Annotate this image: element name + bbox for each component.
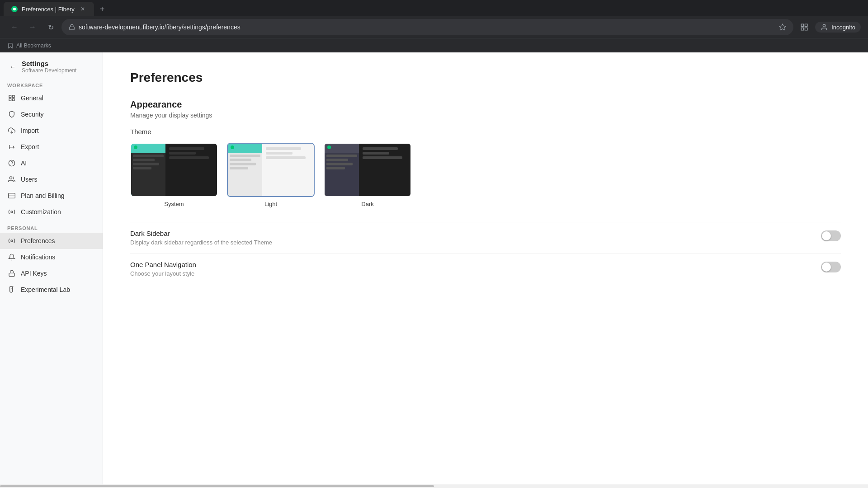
sidebar-title: Settings xyxy=(22,60,76,67)
incognito-label: Incognito xyxy=(831,24,855,31)
sidebar-item-api-keys[interactable]: API Keys xyxy=(0,265,103,282)
dark-sidebar-label: Dark Sidebar xyxy=(130,230,272,237)
sidebar-title-block: Settings Software Development xyxy=(22,60,76,74)
main-content: Preferences Appearance Manage your displ… xyxy=(103,52,868,484)
theme-dark-label: Dark xyxy=(361,201,373,207)
sidebar-item-label: Export xyxy=(21,143,39,150)
svg-rect-0 xyxy=(70,27,75,29)
tab-favicon xyxy=(11,5,18,13)
tab-close-button[interactable]: ✕ xyxy=(79,5,87,13)
sidebar-item-users[interactable]: Users xyxy=(0,171,103,188)
svg-rect-7 xyxy=(9,95,11,98)
theme-preview-light xyxy=(227,143,315,197)
billing-icon xyxy=(7,191,16,200)
sidebar-item-import[interactable]: Import xyxy=(0,122,103,139)
sidebar-item-plan-billing[interactable]: Plan and Billing xyxy=(0,188,103,204)
lock-icon xyxy=(69,24,75,30)
theme-preview-dark xyxy=(324,143,411,197)
active-tab[interactable]: Preferences | Fibery ✕ xyxy=(4,2,94,16)
new-tab-button[interactable]: + xyxy=(95,2,109,16)
svg-point-15 xyxy=(9,177,12,179)
sidebar-item-label: Experimental Lab xyxy=(21,286,70,293)
nav-bar: ← → ↻ software-development.fibery.io/fib… xyxy=(0,16,868,38)
back-icon[interactable]: ← xyxy=(7,61,18,72)
preferences-icon xyxy=(7,236,16,245)
url-text: software-development.fibery.io/fibery/se… xyxy=(79,23,775,31)
one-panel-info: One Panel Navigation Choose your layout … xyxy=(130,261,196,277)
theme-system[interactable]: System xyxy=(130,143,218,207)
svg-point-6 xyxy=(823,24,826,27)
ai-icon xyxy=(7,159,16,168)
sidebar-item-export[interactable]: Export xyxy=(0,139,103,155)
sidebar-item-general[interactable]: General xyxy=(0,90,103,106)
export-icon xyxy=(7,142,16,151)
tab-title: Preferences | Fibery xyxy=(22,6,75,13)
extensions-button[interactable] xyxy=(797,20,811,34)
tab-bar: Preferences | Fibery ✕ + xyxy=(0,0,868,16)
customize-icon xyxy=(7,207,16,216)
sidebar-item-notifications[interactable]: Notifications xyxy=(0,249,103,265)
scrollbar-bar xyxy=(0,484,868,488)
sidebar-item-preferences[interactable]: Preferences xyxy=(0,233,103,249)
svg-rect-16 xyxy=(9,193,15,198)
svg-point-19 xyxy=(11,240,13,242)
sidebar: ← Settings Software Development WORKSPAC… xyxy=(0,52,103,484)
reload-button[interactable]: ↻ xyxy=(43,20,58,34)
scrollbar-thumb[interactable] xyxy=(0,485,434,487)
bookmarks-label: All Bookmarks xyxy=(7,42,51,49)
forward-button[interactable]: → xyxy=(25,20,40,34)
svg-rect-4 xyxy=(801,28,803,30)
theme-dark[interactable]: Dark xyxy=(324,143,411,207)
sidebar-item-security[interactable]: Security xyxy=(0,106,103,122)
nav-right: Incognito xyxy=(797,20,861,34)
api-icon xyxy=(7,269,16,278)
grid-icon xyxy=(7,94,16,103)
sidebar-item-label: Import xyxy=(21,127,39,134)
sidebar-item-label: Customization xyxy=(21,208,61,216)
one-panel-desc: Choose your layout style xyxy=(130,270,196,277)
appearance-title: Appearance xyxy=(130,99,841,110)
svg-rect-2 xyxy=(801,24,803,26)
users-icon xyxy=(7,175,16,184)
dark-sidebar-desc: Display dark sidebar regardless of the s… xyxy=(130,239,272,246)
incognito-icon xyxy=(821,23,828,31)
svg-rect-10 xyxy=(12,99,14,101)
page-title: Preferences xyxy=(130,70,841,85)
theme-cards: System xyxy=(130,143,841,207)
appearance-desc: Manage your display settings xyxy=(130,112,841,119)
svg-rect-5 xyxy=(805,28,807,30)
sidebar-subtitle: Software Development xyxy=(22,67,76,74)
svg-rect-3 xyxy=(805,24,807,26)
one-panel-row: One Panel Navigation Choose your layout … xyxy=(130,253,841,284)
sidebar-item-label: Preferences xyxy=(21,237,55,244)
sidebar-item-ai[interactable]: AI xyxy=(0,155,103,171)
bell-icon xyxy=(7,253,16,262)
star-icon[interactable] xyxy=(779,23,786,31)
import-icon xyxy=(7,126,16,135)
sidebar-item-customization[interactable]: Customization xyxy=(0,204,103,220)
incognito-button[interactable]: Incognito xyxy=(815,22,861,33)
sidebar-item-experimental[interactable]: Experimental Lab xyxy=(0,282,103,298)
sidebar-item-label: Security xyxy=(21,111,44,118)
theme-light[interactable]: Light xyxy=(227,143,315,207)
dark-sidebar-toggle[interactable] xyxy=(821,230,841,241)
theme-preview-system xyxy=(130,143,218,197)
svg-marker-1 xyxy=(780,24,786,30)
svg-point-18 xyxy=(11,211,13,213)
back-button[interactable]: ← xyxy=(7,20,22,34)
personal-section-label: PERSONAL xyxy=(0,220,103,233)
one-panel-toggle[interactable] xyxy=(821,262,841,272)
sidebar-item-label: General xyxy=(21,94,43,102)
sidebar-item-label: API Keys xyxy=(21,270,47,277)
appearance-section: Appearance Manage your display settings … xyxy=(130,99,841,284)
address-bar[interactable]: software-development.fibery.io/fibery/se… xyxy=(61,19,793,35)
svg-rect-8 xyxy=(12,95,14,98)
sidebar-header: ← Settings Software Development xyxy=(0,52,103,77)
sidebar-item-label: AI xyxy=(21,160,27,167)
sidebar-item-label: Notifications xyxy=(21,253,55,261)
theme-light-label: Light xyxy=(264,201,277,207)
one-panel-label: One Panel Navigation xyxy=(130,261,196,268)
app: ← Settings Software Development WORKSPAC… xyxy=(0,52,868,484)
svg-rect-20 xyxy=(9,273,14,276)
svg-rect-9 xyxy=(9,99,11,101)
